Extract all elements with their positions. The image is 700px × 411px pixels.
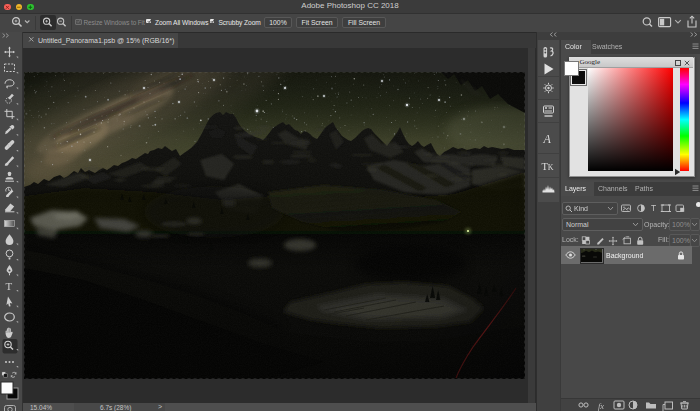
svg-text:A: A: [543, 132, 552, 146]
svg-text:TK: TK: [541, 161, 553, 172]
svg-text:fx: fx: [598, 401, 604, 411]
svg-text:T: T: [651, 203, 656, 213]
svg-text:T: T: [6, 280, 13, 292]
